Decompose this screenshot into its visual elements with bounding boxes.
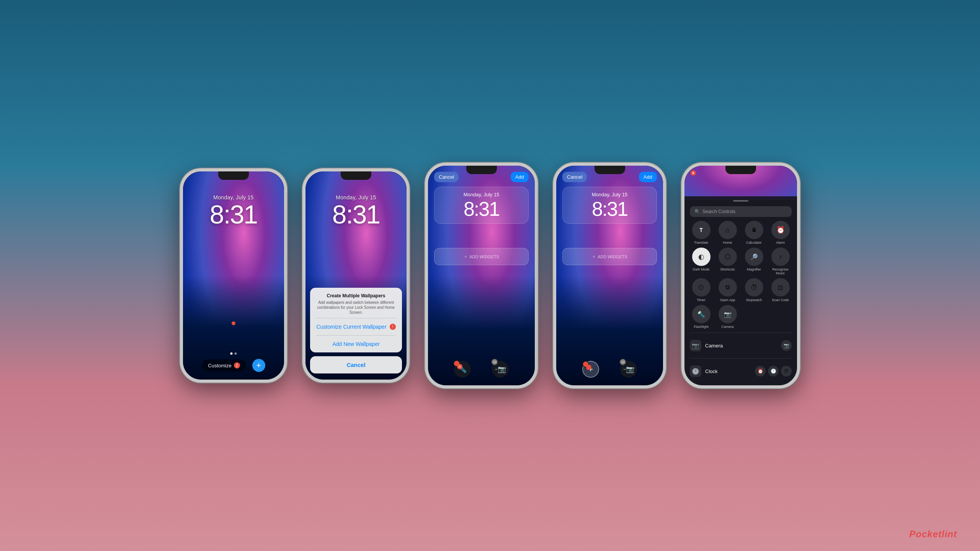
camera-app-name: Camera xyxy=(705,343,723,349)
customize-badge: 2 xyxy=(234,362,240,368)
cc-open-app[interactable]: ⧉ Open App xyxy=(716,278,739,302)
popup-description: Add wallpapers and switch between differ… xyxy=(316,300,396,315)
cc-flashlight[interactable]: 🔦 Flashlight xyxy=(690,305,712,329)
clock-app-icon: 🕐 xyxy=(690,365,701,377)
recognize-music-label: Recognize Music xyxy=(769,267,792,275)
widgets-panel-4[interactable]: ＋ ADD WIDGETS xyxy=(562,248,657,265)
action-badge-3: ⊝ xyxy=(457,364,462,369)
cc-search-text: Search Controls xyxy=(702,209,735,214)
flashlight-action-3[interactable]: ⊝ 🔦 xyxy=(454,361,471,378)
notch-5 xyxy=(725,166,756,174)
customize-label: Customize xyxy=(208,363,231,368)
timer-icon: ⏲ xyxy=(692,278,710,297)
cc-search-bar[interactable]: 🔍 Search Controls xyxy=(690,206,792,217)
lock-time-2: 8:31 xyxy=(332,201,380,227)
camera-grid-icon: 📷 xyxy=(719,305,737,323)
add-new-wallpaper-label: Add New Wallpaper xyxy=(332,341,379,347)
cc-grid-row4: 🔦 Flashlight 📷 Camera xyxy=(684,305,797,329)
customize-wallpaper-item[interactable]: Customize Current Wallpaper ! xyxy=(310,318,402,335)
scan-code-icon: ⊡ xyxy=(771,278,790,297)
phones-container: Monday, July 15 8:31 Customize 2 + xyxy=(0,0,980,551)
cc-stopwatch[interactable]: ⏱ Stopwatch xyxy=(743,278,765,302)
cc-timer[interactable]: ⏲ Timer xyxy=(690,278,712,302)
cc-handle xyxy=(733,200,748,202)
add-widgets-text-4: ADD WIDGETS xyxy=(598,254,627,259)
shortcuts-icon: ⬡ xyxy=(719,248,737,266)
clock-sub-icons: ⏰ 🕐 ⏱ xyxy=(755,366,792,377)
action-badge-4 xyxy=(586,365,591,370)
calculator-label: Calculator xyxy=(746,241,762,245)
watermark-text: Pocket xyxy=(909,529,942,539)
cancel-popup-button[interactable]: Cancel xyxy=(310,356,402,373)
cc-grid-row1: T Translate ⌂ Home 🖩 Calculator ⏰ Alarm xyxy=(684,221,797,245)
cancel-button-4[interactable]: Cancel xyxy=(562,172,587,182)
plus-action-4[interactable]: + xyxy=(582,361,599,378)
camera-grid-label: Camera xyxy=(721,325,733,329)
alarm-label: Alarm xyxy=(776,241,785,245)
camera-action-3[interactable]: − 📷 xyxy=(492,361,509,378)
cc-shortcuts[interactable]: ⬡ Shortcuts xyxy=(716,248,739,275)
alarm-icon: ⏰ xyxy=(771,221,790,239)
panel-time-4: 8:31 xyxy=(567,199,652,219)
lock-bottom-1: Customize 2 + xyxy=(183,359,284,372)
lock-time-1: 8:31 xyxy=(210,201,257,227)
phone-2: Monday, July 15 8:31 Create Multiple Wal… xyxy=(302,168,410,383)
flashlight-icon: 🔦 xyxy=(692,305,710,323)
cc-camera-grid[interactable]: 📷 Camera xyxy=(716,305,739,329)
magnifier-label: Magnifier xyxy=(747,267,761,271)
shortcuts-label: Shortcuts xyxy=(720,267,735,271)
bottom-actions-3: ⊝ 🔦 − 📷 xyxy=(428,361,535,378)
cc-clock-app-row[interactable]: 🕐 Clock ⏰ 🕐 ⏱ xyxy=(684,362,797,380)
bottom-actions-4: + − 📷 xyxy=(556,361,663,378)
open-app-icon: ⧉ xyxy=(719,278,737,297)
watermark: Pocketlint xyxy=(909,529,957,540)
stopwatch-sub-icon: ⏱ xyxy=(781,366,792,377)
phone-4: Cancel Add Monday, July 15 8:31 ＋ ADD WI… xyxy=(553,163,666,388)
cc-alarm[interactable]: ⏰ Alarm xyxy=(769,221,792,245)
add-wallpaper-button[interactable]: + xyxy=(252,359,265,372)
popup-overlay: Create Multiple Wallpapers Add wallpaper… xyxy=(305,288,407,380)
translate-icon: T xyxy=(692,221,710,239)
lock-content-1: Monday, July 15 8:31 xyxy=(183,171,284,380)
control-center: 🔍 Search Controls T Translate ⌂ Home 🖩 xyxy=(684,196,797,385)
page-dot xyxy=(230,352,233,355)
clock-app-name: Clock xyxy=(705,368,718,374)
cc-darkmode[interactable]: ◐ Dark Mode xyxy=(690,248,712,275)
cc-recognize-music[interactable]: ♪ Recognize Music xyxy=(769,248,792,275)
panel-time-3: 8:31 xyxy=(439,199,524,219)
darkmode-label: Dark Mode xyxy=(693,267,709,271)
notification-badge-5: 6 xyxy=(691,170,696,176)
notch-1 xyxy=(218,171,249,180)
alarm-sub-icon: ⏰ xyxy=(755,366,766,377)
widgets-panel-3[interactable]: ＋ ADD WIDGETS xyxy=(434,248,529,265)
add-widgets-text-3: ADD WIDGETS xyxy=(469,254,499,259)
notch-2 xyxy=(341,171,371,180)
popup-header: Create Multiple Wallpapers Add wallpaper… xyxy=(310,288,402,318)
cc-home[interactable]: ⌂ Home xyxy=(716,221,739,245)
cc-calculator[interactable]: 🖩 Calculator xyxy=(743,221,765,245)
translate-label: Translate xyxy=(694,241,708,245)
add-widgets-label-3: ＋ ADD WIDGETS xyxy=(440,254,523,259)
cc-divider-2 xyxy=(690,358,792,359)
magnifier-icon: 🔎 xyxy=(745,248,763,266)
add-button-3[interactable]: Add xyxy=(511,172,529,182)
customize-item-badge: ! xyxy=(390,324,396,330)
cc-magnifier[interactable]: 🔎 Magnifier xyxy=(743,248,765,275)
add-button-4[interactable]: Add xyxy=(639,172,657,182)
recognize-music-icon: ♪ xyxy=(771,248,790,266)
cc-scan-code[interactable]: ⊡ Scan Code xyxy=(769,278,792,302)
cc-camera-app-row[interactable]: 📷 Camera 📷 xyxy=(684,337,797,354)
cc-grid-row2: ◐ Dark Mode ⬡ Shortcuts 🔎 Magnifier ♪ Re… xyxy=(684,248,797,275)
phone-3: Cancel Add Monday, July 15 8:31 ＋ ADD WI… xyxy=(425,163,538,388)
popup-card: Create Multiple Wallpapers Add wallpaper… xyxy=(310,288,402,352)
open-app-label: Open App xyxy=(720,298,735,302)
camera-action-4[interactable]: − 📷 xyxy=(620,361,637,378)
stopwatch-label: Stopwatch xyxy=(746,298,762,302)
customize-button[interactable]: Customize 2 xyxy=(202,359,246,372)
camera-app-icon: 📷 xyxy=(690,340,701,351)
cancel-button-3[interactable]: Cancel xyxy=(434,172,459,182)
phone-5: 6 🔍 Search Controls T Translate ⌂ xyxy=(681,163,800,388)
cc-translate[interactable]: T Translate xyxy=(690,221,712,245)
add-new-wallpaper-item[interactable]: Add New Wallpaper xyxy=(310,336,402,352)
home-icon: ⌂ xyxy=(719,221,737,239)
